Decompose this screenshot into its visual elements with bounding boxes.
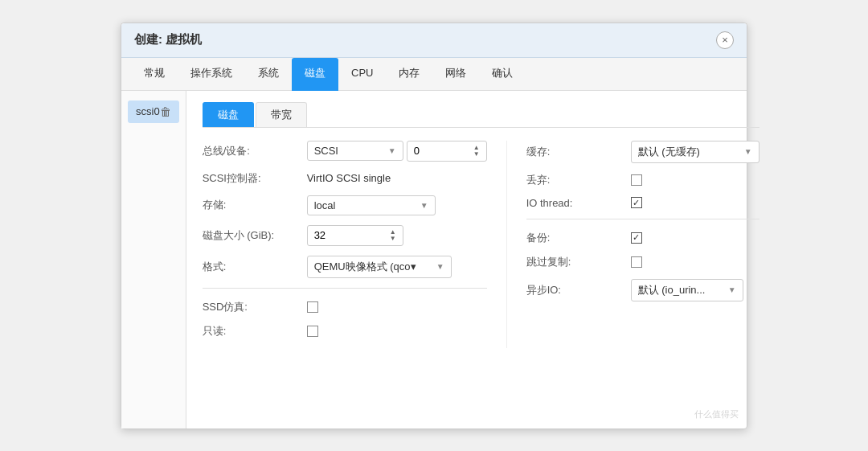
bus-label: 总线/设备: [203,144,307,158]
form-right: 缓存: 默认 (无缓存) ▼ 丢弃: [507,141,760,348]
tab-general[interactable]: 常规 [131,58,178,91]
create-vm-dialog: 创建: 虚拟机 × 常规 操作系统 系统 磁盘 CPU 内存 网络 确认 scs… [121,23,747,429]
ssd-checkbox[interactable] [307,301,318,313]
ssd-value-group [307,301,487,313]
backup-label: 备份: [526,231,631,245]
spinner-down-icon[interactable]: ▼ [473,151,480,158]
scsi-row: SCSI控制器: VirtIO SCSI single [203,171,487,186]
scsi-label: SCSI控制器: [203,171,307,186]
iothread-value-group [631,197,760,208]
ssd-row: SSD仿真: [203,300,487,314]
sidebar-item-scsi0[interactable]: scsi0 🗑 [128,100,179,123]
tab-os[interactable]: 操作系统 [178,58,245,91]
scsi-value-group: VirtIO SCSI single [307,172,487,184]
readonly-checkbox[interactable] [307,326,318,337]
bus-select-chevron-icon: ▼ [388,146,396,155]
backup-checkbox[interactable] [631,232,642,244]
iothread-row: IO thread: [526,197,760,209]
bus-row: 总线/设备: SCSI ▼ 0 ▲ ▼ [203,141,487,162]
sub-tab-disk[interactable]: 磁盘 [203,102,254,127]
content-area: 磁盘 带宽 总线/设备: SCSI ▼ [186,91,776,428]
readonly-row: 只读: [203,324,487,338]
bus-select[interactable]: SCSI ▼ [307,141,403,161]
dialog-header: 创建: 虚拟机 × [121,23,747,58]
sub-tabs: 磁盘 带宽 [203,102,760,128]
skip-replication-label: 跳过复制: [526,255,631,269]
sidebar-item-label: scsi0 [136,105,160,117]
backup-value-group [631,232,760,244]
storage-select[interactable]: local ▼ [307,195,436,215]
async-io-label: 异步IO: [526,283,631,297]
sidebar: scsi0 🗑 [121,91,186,428]
async-io-row: 异步IO: 默认 (io_urin... ▼ [526,279,760,301]
delete-disk-icon[interactable]: 🗑 [160,105,171,118]
disk-size-label: 磁盘大小 (GiB): [203,228,307,243]
disk-size-arrows[interactable]: ▲ ▼ [390,229,396,242]
readonly-value-group [307,326,487,337]
bus-value-group: SCSI ▼ 0 ▲ ▼ [307,141,487,162]
iothread-label: IO thread: [526,197,631,209]
tab-cpu[interactable]: CPU [338,59,386,89]
storage-row: 存储: local ▼ [203,195,487,215]
async-io-value-group: 默认 (io_urin... ▼ [631,279,760,301]
scsi-value: VirtIO SCSI single [307,172,391,184]
cache-label: 缓存: [526,145,631,159]
format-select[interactable]: QEMU映像格式 (qco▾ ▼ [307,256,452,278]
cache-select[interactable]: 默认 (无缓存) ▼ [631,141,760,163]
format-chevron-icon: ▼ [436,262,444,271]
tabs-nav: 常规 操作系统 系统 磁盘 CPU 内存 网络 确认 [121,58,747,91]
dialog-body: scsi0 🗑 磁盘 带宽 总线/设备: [121,91,747,428]
format-row: 格式: QEMU映像格式 (qco▾ ▼ [203,256,487,278]
skip-replication-value-group [631,256,760,268]
form-right-divider [526,219,760,219]
discard-checkbox[interactable] [631,174,642,186]
form-left: 总线/设备: SCSI ▼ 0 ▲ ▼ [203,141,507,348]
tab-system[interactable]: 系统 [245,58,292,91]
backup-row: 备份: [526,231,760,245]
disk-size-spinner[interactable]: 32 ▲ ▼ [307,225,403,246]
form-section: 总线/设备: SCSI ▼ 0 ▲ ▼ [203,141,760,348]
form-divider [203,288,487,289]
cache-value-group: 默认 (无缓存) ▼ [631,141,760,163]
device-spinner-arrows[interactable]: ▲ ▼ [473,145,480,158]
storage-label: 存储: [203,198,307,212]
async-io-select[interactable]: 默认 (io_urin... ▼ [631,279,743,301]
close-button[interactable]: × [716,31,734,49]
format-value-group: QEMU映像格式 (qco▾ ▼ [307,256,487,278]
device-num-spinner[interactable]: 0 ▲ ▼ [407,141,487,162]
disk-size-value-group: 32 ▲ ▼ [307,225,487,246]
storage-value-group: local ▼ [307,195,487,215]
async-io-chevron-icon: ▼ [728,285,736,294]
tab-network[interactable]: 网络 [432,58,479,91]
readonly-label: 只读: [203,324,307,338]
disk-size-row: 磁盘大小 (GiB): 32 ▲ ▼ [203,225,487,246]
skip-replication-checkbox[interactable] [631,256,642,268]
discard-label: 丢弃: [526,173,631,187]
sub-tab-bandwidth[interactable]: 带宽 [256,102,307,127]
format-label: 格式: [203,260,307,274]
iothread-checkbox[interactable] [631,197,642,208]
skip-replication-row: 跳过复制: [526,255,760,269]
disk-size-down-icon[interactable]: ▼ [390,236,396,242]
cache-row: 缓存: 默认 (无缓存) ▼ [526,141,760,163]
tab-memory[interactable]: 内存 [386,58,432,91]
tab-disk[interactable]: 磁盘 [292,58,338,91]
ssd-label: SSD仿真: [203,300,307,314]
dialog-title: 创建: 虚拟机 [134,32,202,47]
tab-confirm[interactable]: 确认 [479,58,526,91]
cache-chevron-icon: ▼ [744,147,752,156]
storage-chevron-icon: ▼ [420,201,428,210]
discard-row: 丢弃: [526,173,760,187]
discard-value-group [631,174,760,186]
